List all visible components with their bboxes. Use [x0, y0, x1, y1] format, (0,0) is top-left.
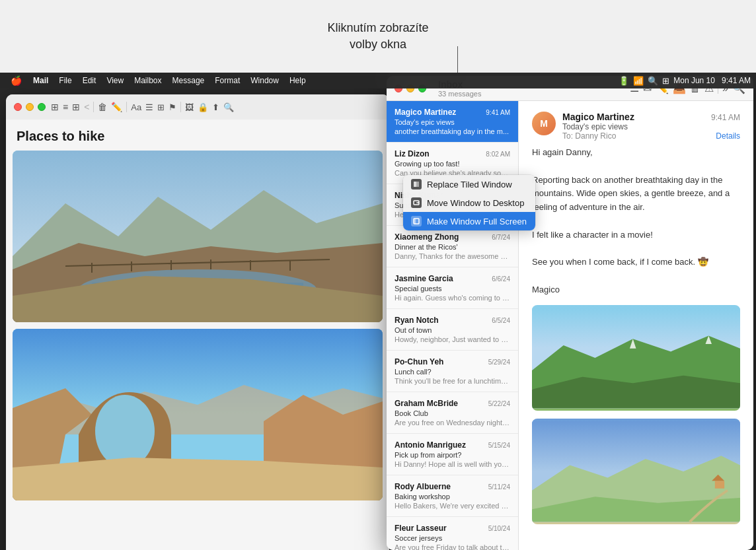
lock-icon[interactable]: 🔒	[198, 102, 208, 112]
msg-subject-5: Out of town	[395, 326, 510, 334]
svg-rect-28	[715, 481, 724, 488]
email-time: 9:41 AM	[711, 113, 740, 122]
mail-window: Inbox 33 messages ☰ ✉ ✏️ 📥 🗑 ⚠ » 🔍	[387, 76, 753, 550]
msg-preview-7: Are you free on Wednesday night? Can't w…	[395, 419, 510, 427]
message-item-8[interactable]: Antonio Manriguez 5/15/24 Pick up from a…	[387, 434, 518, 475]
callout-line1: Kliknutím zobrazíte	[327, 21, 428, 34]
details-link[interactable]: Details	[716, 131, 740, 141]
message-item-7[interactable]: Graham McBride 5/22/24 Book Club Are you…	[387, 392, 518, 434]
msg-sender-0: Magico Martinez	[395, 108, 456, 117]
message-item-9[interactable]: Rody Albuerne 5/11/24 Baking workshop He…	[387, 475, 518, 517]
msg-date-1: 8:02 AM	[486, 151, 510, 158]
controlcenter-icon[interactable]: ⊞	[662, 76, 669, 86]
photo-icon[interactable]: 🖼	[185, 102, 194, 112]
list-view-icon[interactable]: ≡	[63, 102, 68, 112]
photo-item-1[interactable]	[13, 151, 383, 322]
sidebar-toggle-icon[interactable]: ⊞	[51, 102, 59, 112]
flag-icon[interactable]: ⚑	[169, 102, 176, 112]
message-item-10[interactable]: Fleur Lasseur 5/10/24 Soccer jerseys Are…	[387, 517, 518, 550]
compose-icon[interactable]: ✏️	[111, 102, 122, 112]
avatar-initials: M	[540, 118, 548, 129]
make-fullscreen-item[interactable]: Make Window Full Screen	[403, 212, 535, 230]
menubar: 🍎 Mail File Edit View Mailbox Message Fo…	[0, 73, 756, 88]
svg-rect-31	[416, 182, 419, 187]
minimize-button[interactable]	[26, 103, 34, 111]
font-icon[interactable]: Aa	[131, 102, 141, 112]
menu-app-name[interactable]: Mail	[28, 75, 53, 86]
replace-tiled-window-item[interactable]: Replace Tiled Window	[403, 175, 535, 193]
msg-date-5: 6/5/24	[492, 317, 510, 324]
photos-window: ⊞ ≡ ⊞ < 🗑 ✏️ Aa ☰ ⊞ ⚑ 🖼 🔒 ⬆ 🔍 Places to …	[6, 94, 389, 550]
menu-view[interactable]: View	[102, 75, 128, 86]
callout-pointer	[457, 46, 458, 73]
menu-mailbox[interactable]: Mailbox	[130, 75, 166, 86]
msg-subject-1: Growing up too fast!	[395, 160, 510, 168]
msg-sender-10: Fleur Lasseur	[395, 524, 447, 533]
email-to: To: Danny Rico	[562, 131, 616, 141]
photos-traffic-lights	[14, 103, 46, 111]
message-item-4[interactable]: Jasmine Garcia 6/6/24 Special guests Hi …	[387, 267, 518, 309]
arch-photo	[13, 329, 383, 500]
message-item-0[interactable]: Magico Martinez 9:41 AM Today's epic vie…	[387, 101, 518, 143]
delete-icon[interactable]: 🗑	[98, 102, 107, 112]
msg-subject-0: Today's epic views	[395, 118, 510, 126]
grid-view-icon[interactable]: ⊞	[72, 102, 80, 112]
menu-help[interactable]: Help	[285, 75, 311, 86]
email-photo-1	[532, 305, 740, 411]
menu-file[interactable]: File	[54, 75, 76, 86]
menu-format[interactable]: Format	[210, 75, 245, 86]
msg-date-3: 6/7/24	[492, 234, 510, 241]
callout-line2: volby okna	[350, 38, 406, 51]
search-icon[interactable]: 🔍	[648, 76, 658, 86]
menu-window[interactable]: Window	[246, 75, 284, 86]
msg-preview-5: Howdy, neighbor, Just wanted to drop a q…	[395, 335, 510, 343]
email-subject-line: Today's epic views	[562, 122, 740, 131]
move-window-label: Move Window to Desktop	[427, 198, 524, 208]
msg-subject-9: Baking workshop	[395, 493, 510, 500]
msg-subject-3: Dinner at the Ricos'	[395, 243, 510, 251]
msg-date-9: 5/11/24	[488, 483, 510, 491]
share-icon[interactable]: ⬆	[212, 102, 219, 112]
table-icon[interactable]: ⊞	[157, 102, 165, 112]
msg-preview-3: Danny, Thanks for the awesome evening! I…	[395, 252, 510, 260]
msg-preview-0: another breathtaking day in the m...	[395, 127, 510, 135]
close-button[interactable]	[14, 103, 22, 111]
photos-content: Places to hike	[6, 120, 389, 550]
menubar-left: 🍎 Mail File Edit View Mailbox Message Fo…	[5, 75, 311, 86]
message-item-6[interactable]: Po-Chun Yeh 5/29/24 Lunch call? Think yo…	[387, 351, 518, 392]
inbox-count: 33 messages	[438, 90, 481, 98]
menu-message[interactable]: Message	[168, 75, 209, 86]
msg-date-4: 6/6/24	[492, 275, 510, 283]
msg-subject-7: Book Club	[395, 409, 510, 417]
msg-subject-8: Pick up from airport?	[395, 451, 510, 459]
msg-subject-6: Lunch call?	[395, 368, 510, 376]
message-list: Magico Martinez 9:41 AM Today's epic vie…	[387, 101, 519, 550]
msg-date-10: 5/10/24	[488, 525, 510, 532]
msg-subject-4: Special guests	[395, 285, 510, 292]
photo-item-2[interactable]	[13, 329, 383, 500]
apple-menu[interactable]: 🍎	[5, 75, 27, 86]
landscape-photo-1	[13, 151, 383, 322]
list-icon[interactable]: ☰	[145, 102, 153, 112]
email-header-text: Magico Martinez 9:41 AM Today's epic vie…	[562, 112, 740, 141]
message-item-5[interactable]: Ryan Notch 6/5/24 Out of town Howdy, nei…	[387, 309, 518, 351]
section-title: Places to hike	[6, 120, 389, 151]
message-item-3[interactable]: Xiaomeng Zhong 6/7/24 Dinner at the Rico…	[387, 226, 518, 267]
msg-subject-10: Soccer jerseys	[395, 534, 510, 542]
menu-edit[interactable]: Edit	[78, 75, 101, 86]
msg-sender-7: Graham McBride	[395, 399, 458, 408]
move-window-icon	[411, 197, 422, 208]
photos-titlebar: ⊞ ≡ ⊞ < 🗑 ✏️ Aa ☰ ⊞ ⚑ 🖼 🔒 ⬆ 🔍	[6, 94, 389, 120]
email-header: M Magico Martinez 9:41 AM Today's epic v…	[532, 112, 740, 141]
email-photo-2	[532, 419, 740, 524]
svg-rect-35	[414, 219, 419, 224]
search-toolbar-icon[interactable]: 🔍	[223, 102, 234, 112]
fullscreen-button[interactable]	[38, 103, 46, 111]
callout-area: Kliknutím zobrazíte volby okna	[0, 0, 756, 73]
msg-sender-4: Jasmine Garcia	[395, 274, 453, 283]
msg-date-0: 9:41 AM	[486, 109, 510, 116]
back-icon[interactable]: <	[84, 102, 89, 112]
move-window-to-desktop-item[interactable]: Move Window to Desktop	[403, 193, 535, 212]
msg-sender-3: Xiaomeng Zhong	[395, 232, 459, 242]
desktop: 🍎 Mail File Edit View Mailbox Message Fo…	[0, 73, 756, 550]
